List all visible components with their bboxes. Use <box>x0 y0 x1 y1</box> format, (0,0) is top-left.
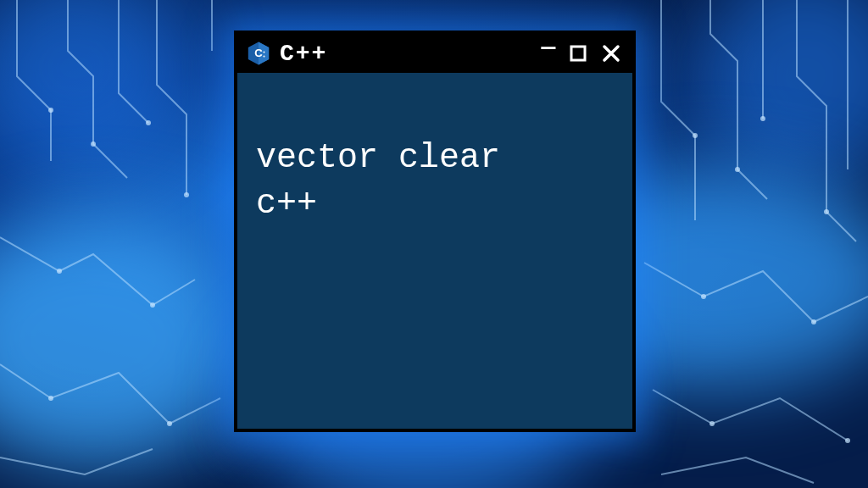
svg-point-1 <box>91 141 96 147</box>
svg-point-8 <box>57 269 62 274</box>
window-body: vector clear c++ <box>237 73 632 429</box>
cpp-logo-icon: C + + <box>246 41 271 66</box>
svg-point-10 <box>701 294 706 299</box>
close-button[interactable] <box>602 44 624 63</box>
svg-point-15 <box>845 438 850 443</box>
svg-point-2 <box>146 120 151 125</box>
svg-point-13 <box>167 421 172 426</box>
svg-point-0 <box>48 108 53 113</box>
svg-point-4 <box>693 133 698 138</box>
svg-point-14 <box>709 421 715 426</box>
window-title: C++ <box>280 41 529 67</box>
svg-point-6 <box>824 209 829 214</box>
svg-text:+: + <box>263 53 265 58</box>
window-controls: — <box>537 41 624 67</box>
maximize-button[interactable] <box>570 45 592 62</box>
svg-rect-21 <box>571 47 585 60</box>
code-window: C + + C++ — vector clear c++ <box>234 30 636 432</box>
svg-point-3 <box>184 192 189 197</box>
svg-point-12 <box>48 396 53 401</box>
minimize-button[interactable]: — <box>537 35 559 61</box>
svg-point-7 <box>760 116 765 121</box>
svg-point-9 <box>150 302 155 308</box>
svg-text:C: C <box>254 47 263 59</box>
svg-point-5 <box>735 167 740 172</box>
svg-point-11 <box>811 319 816 324</box>
titlebar[interactable]: C + + C++ — <box>237 34 632 73</box>
code-content: vector clear c++ <box>256 139 500 223</box>
